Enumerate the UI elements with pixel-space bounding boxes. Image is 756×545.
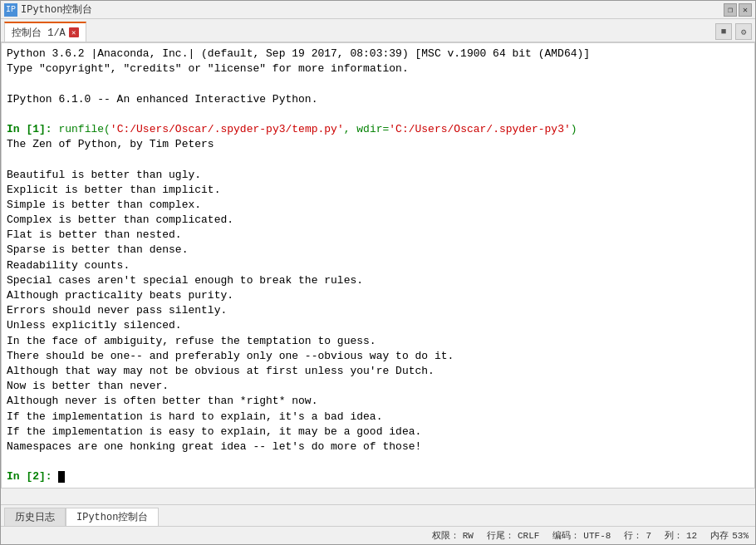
output-line-blank-3 xyxy=(7,152,749,167)
zen-14: Although that way may not be obvious at … xyxy=(7,364,749,379)
stop-button[interactable]: ■ xyxy=(715,23,732,40)
encoding-value: UTF-8 xyxy=(583,531,611,541)
title-bar: IP IPython控制台 ❐ ✕ xyxy=(1,1,755,19)
status-encoding: 编码： UTF-8 xyxy=(552,529,611,542)
bottom-tabs: 历史日志 IPython控制台 xyxy=(1,504,755,526)
restore-button[interactable]: ❐ xyxy=(724,3,737,17)
zen-3: Simple is better than complex. xyxy=(7,198,749,213)
status-mem: 内存 53% xyxy=(710,529,749,542)
mem-label: 内存 xyxy=(710,529,729,542)
output-line-blank-1 xyxy=(7,76,749,91)
status-line: 行： 7 xyxy=(624,529,651,542)
tab-bar: 控制台 1/A ✕ ■ ⚙ xyxy=(1,19,755,42)
output-line-3: IPython 6.1.0 -- An enhanced Interactive… xyxy=(7,92,749,107)
zen-17: If the implementation is hard to explain… xyxy=(7,410,749,425)
ipython-tab-label: IPython控制台 xyxy=(76,510,148,524)
zen-10: Errors should never pass silently. xyxy=(7,303,749,318)
zen-2: Explicit is better than implicit. xyxy=(7,183,749,198)
zen-19: Namespaces are one honking great idea --… xyxy=(7,439,749,454)
console-wrapper: Python 3.6.2 |Anaconda, Inc.| (default, … xyxy=(1,42,755,504)
zen-9: Although practicality beats purity. xyxy=(7,288,749,303)
tab-history[interactable]: 历史日志 xyxy=(4,508,66,526)
zen-1: Beautiful is better than ugly. xyxy=(7,168,749,183)
line-ending-value: CRLF xyxy=(518,531,539,541)
zen-13: There should be one-- and preferably onl… xyxy=(7,349,749,364)
zen-15: Now is better than never. xyxy=(7,379,749,394)
zen-12: In the face of ambiguity, refuse the tem… xyxy=(7,334,749,349)
permissions-value: RW xyxy=(463,531,474,541)
app-icon: IP xyxy=(4,3,17,17)
gear-button[interactable]: ⚙ xyxy=(735,23,752,40)
output-line-blank-2 xyxy=(7,107,749,122)
close-button[interactable]: ✕ xyxy=(739,3,752,17)
zen-8: Special cases aren't special enough to b… xyxy=(7,273,749,288)
encoding-label: 编码： xyxy=(552,529,580,542)
title-bar-controls: ❐ ✕ xyxy=(724,3,752,17)
col-value: 12 xyxy=(686,531,697,541)
zen-7: Readability counts. xyxy=(7,258,749,273)
tab-ipython[interactable]: IPython控制台 xyxy=(66,508,159,526)
output-line-blank-4 xyxy=(7,454,749,469)
line-label: 行： xyxy=(624,529,642,542)
col-label: 列： xyxy=(665,529,683,542)
output-line-1: Python 3.6.2 |Anaconda, Inc.| (default, … xyxy=(7,47,749,61)
tab-label: 控制台 1/A xyxy=(12,26,66,40)
tab-console[interactable]: 控制台 1/A ✕ xyxy=(4,22,86,42)
window-title: IPython控制台 xyxy=(21,2,92,17)
status-permissions: 权限： RW xyxy=(432,529,474,542)
zen-6: Sparse is better than dense. xyxy=(7,243,749,258)
zen-16: Although never is often better than *rig… xyxy=(7,394,749,409)
history-tab-label: 历史日志 xyxy=(15,510,55,524)
console-output[interactable]: Python 3.6.2 |Anaconda, Inc.| (default, … xyxy=(1,42,755,489)
output-line-in1: In [1]: runfile('C:/Users/Oscar/.spyder-… xyxy=(7,122,749,137)
line-value: 7 xyxy=(646,531,651,541)
status-bar: 权限： RW 行尾： CRLF 编码： UTF-8 行： 7 列： 12 内存 … xyxy=(1,526,755,544)
zen-4: Complex is better than complicated. xyxy=(7,213,749,228)
status-col: 列： 12 xyxy=(665,529,697,542)
permissions-label: 权限： xyxy=(432,529,459,542)
main-window: IP IPython控制台 ❐ ✕ 控制台 1/A ✕ ■ ⚙ Python 3… xyxy=(0,0,756,545)
toolbar-right: ■ ⚙ xyxy=(715,23,752,42)
zen-5: Flat is better than nested. xyxy=(7,228,749,243)
status-line-ending: 行尾： CRLF xyxy=(487,529,539,542)
zen-11: Unless explicitly silenced. xyxy=(7,318,749,333)
title-bar-left: IP IPython控制台 xyxy=(4,2,92,17)
line-ending-label: 行尾： xyxy=(487,529,514,542)
output-line-in2: In [2]: xyxy=(7,469,749,484)
zen-18: If the implementation is easy to explain… xyxy=(7,425,749,439)
output-line-zen: The Zen of Python, by Tim Peters xyxy=(7,137,749,152)
output-line-2: Type "copyright", "credits" or "license"… xyxy=(7,61,749,76)
mem-value: 53% xyxy=(732,531,749,541)
tab-close-button[interactable]: ✕ xyxy=(69,27,79,37)
